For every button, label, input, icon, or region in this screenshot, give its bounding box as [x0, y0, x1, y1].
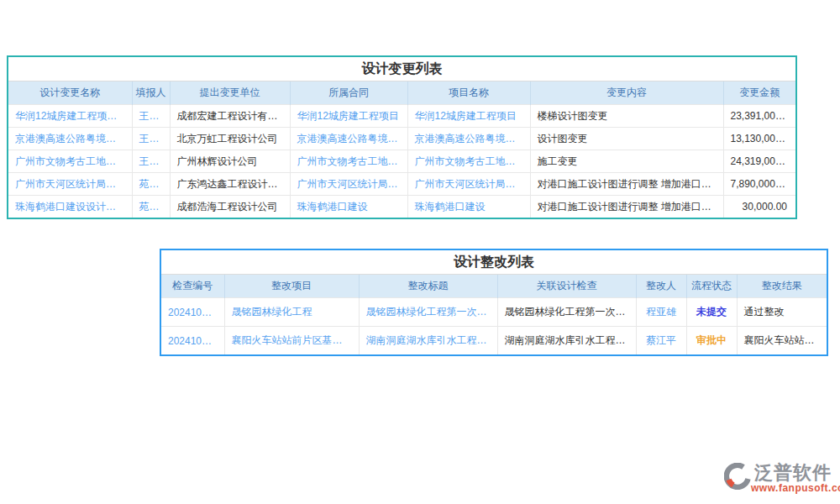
brand-url[interactable]: www.fanpusoft.com: [751, 482, 840, 494]
col-header-content: 变更内容: [530, 81, 723, 105]
status-badge: 审批中: [686, 327, 737, 355]
col-header-rectify-person: 整改人: [636, 275, 686, 298]
cell-reporter[interactable]: 王志远: [132, 105, 170, 128]
cell-unit: 广州林辉设计公司: [170, 150, 290, 173]
cell-contract[interactable]: 广州市天河区统计局机房改...: [290, 173, 407, 196]
cell-check-no[interactable]: 2024100001: [161, 327, 224, 355]
cell-rectify-result: 襄阳火车站站前片区...: [737, 327, 827, 355]
col-header-reporter: 填报人: [132, 81, 170, 105]
col-header-rectify-result: 整改结果: [737, 275, 827, 298]
col-header-check-no: 检查编号: [161, 275, 224, 298]
col-header-unit: 提出变更单位: [170, 81, 290, 105]
cell-check-no[interactable]: 2024100002: [161, 298, 224, 327]
cell-content: 对港口施工设计图进行调整 增加港口管道建设工程: [530, 196, 723, 218]
cell-change-name[interactable]: 广州市天河区统计局机房改...: [8, 173, 132, 196]
cell-amount: 30,000.00: [723, 196, 795, 218]
cell-unit: 北京万虹工程设计公司: [170, 128, 290, 150]
cell-contract[interactable]: 京港澳高速公路粤境韶关至...: [290, 128, 407, 150]
cell-amount: 24,319,000.00: [723, 150, 795, 173]
col-header-flow-status: 流程状态: [686, 275, 737, 298]
cell-reporter[interactable]: 王志远: [132, 128, 170, 150]
design-rectify-panel: 设计整改列表 检查编号 整改项目 整改标题 关联设计检查 整改人 流程状态 整改…: [160, 249, 828, 356]
cell-contract[interactable]: 广州市文物考古工地安防系...: [290, 150, 407, 173]
table-row: 广州市天河区统计局机房改... 苑子豪 广东鸿达鑫工程设计公司 广州市天河区统计…: [8, 173, 795, 196]
cell-unit: 成都宏建工程设计有限公司: [170, 105, 290, 128]
table-row: 华润12城房建工程项目设计... 王志远 成都宏建工程设计有限公司 华润12城房…: [8, 105, 795, 128]
design-rectify-header-row: 检查编号 整改项目 整改标题 关联设计检查 整改人 流程状态 整改结果: [161, 275, 827, 298]
cell-amount: 23,391,000.00: [723, 105, 795, 128]
cell-rectify-person[interactable]: 蔡江平: [636, 327, 686, 355]
cell-content: 设计图变更: [530, 128, 723, 150]
cell-contract[interactable]: 珠海鹤港口建设: [290, 196, 407, 218]
cell-reporter[interactable]: 王志远: [132, 150, 170, 173]
table-row: 2024100002 晟铭园林绿化工程 晟铭园林绿化工程第一次设计... 晟铭园…: [161, 298, 827, 327]
cell-rectify-project[interactable]: 晟铭园林绿化工程: [224, 298, 359, 327]
cell-unit: 成都浩海工程设计公司: [170, 196, 290, 218]
cell-contract[interactable]: 华润12城房建工程项目: [290, 105, 407, 128]
design-change-table-title: 设计变更列表: [8, 57, 795, 81]
cell-content: 对港口施工设计图进行调整 增加港口管道建设工程: [530, 173, 723, 196]
cell-project[interactable]: 京港澳高速公路粤境韶关至...: [407, 128, 530, 150]
cell-change-name[interactable]: 广州市文物考古工地安防系...: [8, 150, 132, 173]
col-header-change-name: 设计变更名称: [8, 81, 132, 105]
col-header-amount: 变更金额: [723, 81, 795, 105]
cell-change-name[interactable]: 京港澳高速公路粤境韶关至...: [8, 128, 132, 150]
cell-related-check: 湖南洞庭湖水库引水工程施...: [497, 327, 636, 355]
design-change-table: 设计变更名称 填报人 提出变更单位 所属合同 项目名称 变更内容 变更金额 华润…: [8, 81, 795, 218]
cell-rectify-title[interactable]: 晟铭园林绿化工程第一次设计...: [359, 298, 497, 327]
cell-content: 楼梯设计图变更: [530, 105, 723, 128]
col-header-rectify-project: 整改项目: [224, 275, 359, 298]
fanpu-logo[interactable]: 泛普软件 www.fanpusoft.com: [724, 462, 837, 497]
cell-unit: 广东鸿达鑫工程设计公司: [170, 173, 290, 196]
cell-project[interactable]: 广州市文物考古工地安防系...: [407, 150, 530, 173]
cell-project[interactable]: 珠海鹤港口建设: [407, 196, 530, 218]
cell-rectify-result: 通过整改: [737, 298, 827, 327]
col-header-rectify-title: 整改标题: [359, 275, 497, 298]
table-row: 广州市文物考古工地安防系... 王志远 广州林辉设计公司 广州市文物考古工地安防…: [8, 150, 795, 173]
cell-rectify-project[interactable]: 襄阳火车站站前片区基础设...: [224, 327, 359, 355]
cell-rectify-person[interactable]: 程亚雄: [636, 298, 686, 327]
design-rectify-table: 检查编号 整改项目 整改标题 关联设计检查 整改人 流程状态 整改结果 2024…: [161, 275, 827, 354]
cell-project[interactable]: 广州市天河区统计局机房改...: [407, 173, 530, 196]
cell-content: 施工变更: [530, 150, 723, 173]
status-badge: 未提交: [686, 298, 737, 327]
fanpu-logo-icon: [724, 463, 751, 490]
cell-amount: 13,130,000.00: [723, 128, 795, 150]
design-change-header-row: 设计变更名称 填报人 提出变更单位 所属合同 项目名称 变更内容 变更金额: [8, 81, 795, 105]
cell-related-check: 晟铭园林绿化工程第一次设...: [497, 298, 636, 327]
table-row: 京港澳高速公路粤境韶关至... 王志远 北京万虹工程设计公司 京港澳高速公路粤境…: [8, 128, 795, 150]
cell-reporter[interactable]: 苑子豪: [132, 196, 170, 218]
cell-reporter[interactable]: 苑子豪: [132, 173, 170, 196]
design-rectify-table-title: 设计整改列表: [161, 250, 827, 275]
cell-change-name[interactable]: 珠海鹤港口建设设计变更: [8, 196, 132, 218]
cell-amount: 7,890,000.00: [723, 173, 795, 196]
table-row: 2024100001 襄阳火车站站前片区基础设... 湖南洞庭湖水库引水工程施工…: [161, 327, 827, 355]
design-change-panel: 设计变更列表 设计变更名称 填报人 提出变更单位 所属合同 项目名称 变更内容 …: [7, 55, 797, 219]
col-header-contract: 所属合同: [290, 81, 407, 105]
cell-project[interactable]: 华润12城房建工程项目: [407, 105, 530, 128]
col-header-related-check: 关联设计检查: [497, 275, 636, 298]
table-row: 珠海鹤港口建设设计变更 苑子豪 成都浩海工程设计公司 珠海鹤港口建设 珠海鹤港口…: [8, 196, 795, 218]
cell-change-name[interactable]: 华润12城房建工程项目设计...: [8, 105, 132, 128]
cell-rectify-title[interactable]: 湖南洞庭湖水库引水工程施工I...: [359, 327, 497, 355]
col-header-project: 项目名称: [407, 81, 530, 105]
